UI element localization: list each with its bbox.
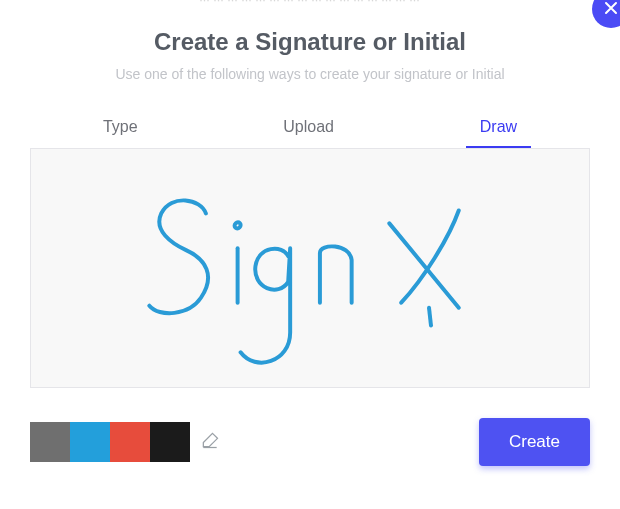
modal-title: Create a Signature or Initial (0, 28, 620, 56)
color-swatch-black[interactable] (150, 422, 190, 462)
eraser-icon (200, 430, 220, 454)
eraser-button[interactable] (190, 422, 230, 462)
close-icon (603, 0, 619, 21)
tab-type[interactable]: Type (89, 112, 152, 148)
background-peek-text: ··· ··· ··· ··· ··· ··· ··· ··· ··· ··· … (0, 0, 620, 6)
color-swatch-blue[interactable] (70, 422, 110, 462)
color-swatch-red[interactable] (110, 422, 150, 462)
color-palette (30, 422, 230, 462)
signature-draw-canvas[interactable] (30, 148, 590, 388)
signature-method-tabs: Type Upload Draw (30, 112, 590, 148)
create-button[interactable]: Create (479, 418, 590, 466)
tab-draw[interactable]: Draw (466, 112, 531, 148)
color-swatch-gray[interactable] (30, 422, 70, 462)
modal-subtitle: Use one of the following ways to create … (0, 66, 620, 82)
drawn-signature-sample (31, 149, 589, 387)
tab-upload[interactable]: Upload (269, 112, 348, 148)
